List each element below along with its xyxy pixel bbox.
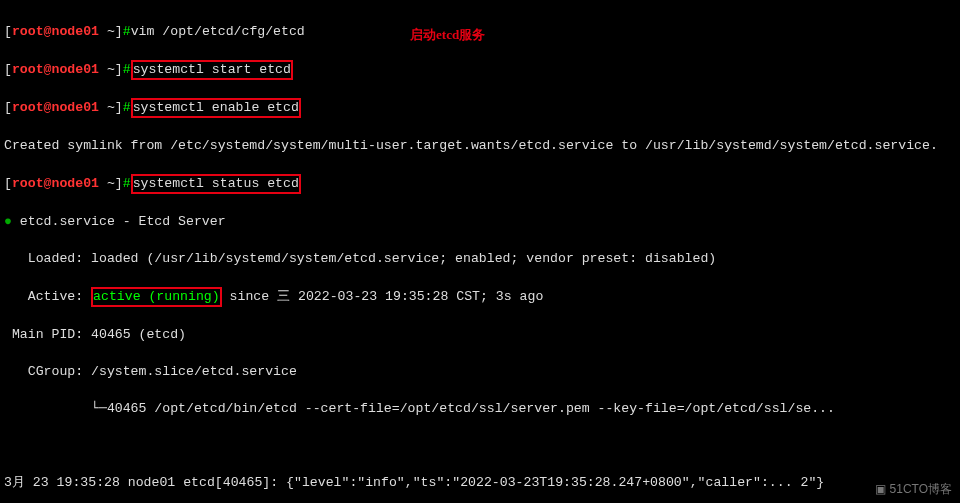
terminal[interactable]: [root@node01 ~]#vim /opt/etcd/cfg/etcd [… xyxy=(0,0,960,503)
symlink-output: Created symlink from /etc/systemd/system… xyxy=(4,137,956,156)
cmd-line-3: [root@node01 ~]#systemctl enable etcd xyxy=(4,98,956,118)
cmd-status: systemctl status etcd xyxy=(133,176,299,191)
annotation-start-etcd: 启动etcd服务 xyxy=(410,26,485,45)
status-mainpid: Main PID: 40465 (etcd) xyxy=(4,326,956,345)
status-loaded: Loaded: loaded (/usr/lib/systemd/system/… xyxy=(4,250,956,269)
cmd-line-2: [root@node01 ~]#systemctl start etcd xyxy=(4,60,956,80)
cmd-enable: systemctl enable etcd xyxy=(133,100,299,115)
cmd-line-4: [root@node01 ~]#systemctl status etcd xyxy=(4,174,956,194)
blank-line xyxy=(4,437,956,456)
watermark: ▣ 51CTO博客 xyxy=(875,480,952,499)
status-active: Active: active (running) since 三 2022-03… xyxy=(4,287,956,307)
prompt-user: root xyxy=(12,24,44,39)
status-cgroup-child: └─40465 /opt/etcd/bin/etcd --cert-file=/… xyxy=(4,400,956,419)
cmd-vim: vim /opt/etcd/cfg/etcd xyxy=(131,24,305,39)
log-line: 3月 23 19:35:28 node01 etcd[40465]: {"lev… xyxy=(4,474,956,493)
status-cgroup: CGroup: /system.slice/etcd.service xyxy=(4,363,956,382)
active-running: active (running) xyxy=(93,289,220,304)
status-title: ● etcd.service - Etcd Server xyxy=(4,213,956,232)
prompt-host: node01 xyxy=(52,24,99,39)
cmd-start: systemctl start etcd xyxy=(133,62,291,77)
